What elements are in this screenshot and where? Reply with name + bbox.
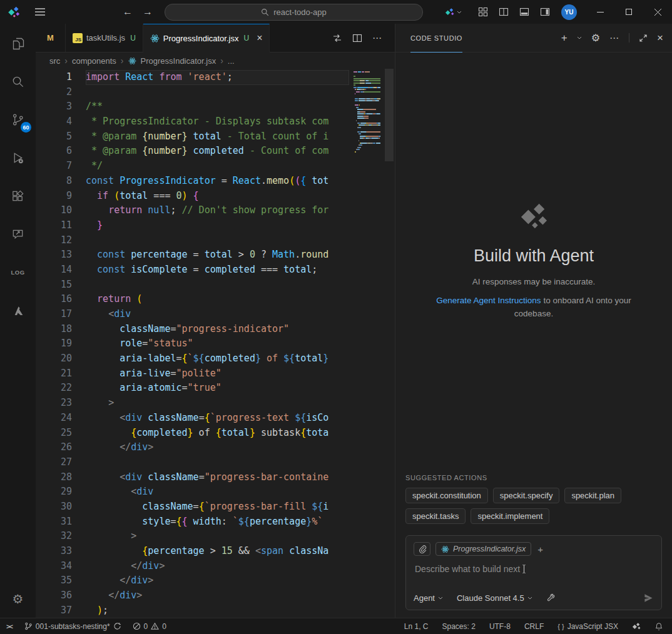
minimize-button[interactable] — [586, 0, 614, 24]
close-panel-icon[interactable]: × — [657, 33, 663, 43]
extensions-icon[interactable] — [0, 177, 36, 215]
split-editor-layout-icon[interactable] — [499, 7, 509, 17]
code-line[interactable]: 37 ); — [36, 603, 349, 618]
encoding[interactable]: UTF-8 — [489, 622, 511, 631]
notifications-bell-icon[interactable] — [654, 622, 663, 631]
code-line[interactable]: 15 — [36, 278, 349, 293]
code-line[interactable]: 10 return null; // Don't show progress f… — [36, 203, 349, 218]
toggle-panel-icon[interactable] — [519, 7, 529, 17]
explorer-icon[interactable] — [0, 24, 36, 63]
back-button[interactable]: ← — [123, 6, 133, 18]
code-line[interactable]: 24 <div className={`progress-text ${isCo — [36, 411, 349, 426]
tab-markdown-pinned[interactable]: M — [36, 24, 66, 52]
code-line[interactable]: 27 — [36, 455, 349, 470]
more-actions-icon[interactable]: ⋯ — [372, 33, 382, 44]
code-line[interactable]: 11 } — [36, 218, 349, 233]
code-line[interactable]: 32 > — [36, 529, 349, 544]
code-line[interactable]: 31 style={{ width: `${percentage}%` — [36, 515, 349, 530]
code-line[interactable]: 14 const isComplete = completed === tota… — [36, 263, 349, 278]
open-changes-icon[interactable] — [332, 33, 342, 43]
code-line[interactable]: 28 <div className="progress-bar-containe — [36, 470, 349, 485]
code-line[interactable]: 17 <div — [36, 307, 349, 322]
split-editor-icon[interactable] — [352, 33, 362, 43]
forward-button[interactable]: → — [143, 6, 153, 18]
code-line[interactable]: 19 role="status" — [36, 336, 349, 351]
problems-item[interactable]: 0 0 — [133, 622, 166, 631]
eol-sequence[interactable]: CRLF — [524, 622, 544, 631]
panel-settings-icon[interactable]: ⚙ — [591, 33, 600, 43]
code-line[interactable]: 18 className="progress-indicator" — [36, 322, 349, 337]
search-view-icon[interactable] — [0, 63, 36, 101]
code-line[interactable]: 16 return ( — [36, 292, 349, 307]
toggle-secondary-sidebar-icon[interactable] — [540, 7, 550, 17]
cursor-position[interactable]: Ln 1, C — [404, 622, 429, 631]
menu-icon[interactable] — [35, 8, 45, 16]
code-line[interactable]: 25 {completed} of {total} subtask{tota — [36, 426, 349, 441]
minimap[interactable] — [354, 71, 383, 153]
git-branch-item[interactable]: 001-subtasks-nesting* — [24, 622, 121, 631]
chat-input[interactable]: Describe what to build next — [415, 564, 653, 574]
code-line[interactable]: 6 * @param {number} completed - Count of… — [36, 144, 349, 159]
breadcrumb-item[interactable]: components — [72, 56, 116, 66]
model-dropdown[interactable]: Claude Sonnet 4.5 — [457, 593, 532, 603]
tools-icon[interactable] — [546, 593, 556, 603]
code-line[interactable]: 21 aria-live="polite" — [36, 366, 349, 381]
suggested-action-speckit.specify[interactable]: speckit.specify — [493, 488, 560, 503]
suggested-action-speckit.implement[interactable]: speckit.implement — [471, 508, 549, 524]
command-center-search[interactable]: react-todo-app — [165, 4, 423, 21]
code-line[interactable]: 34 </div> — [36, 559, 349, 574]
suggested-action-speckit.plan[interactable]: speckit.plan — [564, 488, 621, 503]
source-control-icon[interactable]: 60 — [0, 101, 36, 139]
close-window-button[interactable] — [643, 0, 672, 24]
code-line[interactable]: 20 aria-label={`${completed} of ${total} — [36, 351, 349, 366]
maximize-button[interactable] — [614, 0, 643, 24]
add-context-icon[interactable]: + — [537, 545, 543, 554]
code-line[interactable]: 9 if (total === 0) { — [36, 189, 349, 204]
indentation[interactable]: Spaces: 2 — [442, 622, 476, 631]
code-line[interactable]: 1import React from 'react'; — [36, 70, 349, 85]
sync-icon[interactable] — [113, 622, 121, 630]
send-icon[interactable] — [643, 593, 654, 603]
ai-menu-button[interactable] — [445, 8, 462, 17]
breadcrumb-item[interactable]: ProgressIndicator.jsx — [141, 56, 216, 66]
code-line[interactable]: 4 * ProgressIndicator - Displays subtask… — [36, 114, 349, 129]
code-line[interactable]: 33 {percentage > 15 && <span classNa — [36, 544, 349, 559]
chat-composer[interactable]: ProgressIndicator.jsx + Describe what to… — [405, 535, 662, 610]
log-output-icon[interactable]: LOG — [0, 253, 36, 291]
code-editor[interactable]: 1import React from 'react';23/**4 * Prog… — [36, 69, 395, 618]
code-line[interactable]: 29 <div — [36, 485, 349, 500]
code-line[interactable]: 22 aria-atomic="true" — [36, 381, 349, 396]
panel-more-icon[interactable]: ⋯ — [609, 33, 619, 44]
customize-layout-icon[interactable] — [478, 7, 488, 17]
code-line[interactable]: 2 — [36, 85, 349, 100]
code-line[interactable]: 5 * @param {number} total - Total count … — [36, 129, 349, 144]
account-avatar[interactable]: YU — [561, 4, 577, 20]
remote-indicator[interactable]: >< — [6, 623, 13, 630]
chevron-down-icon[interactable] — [577, 36, 582, 39]
code-line[interactable]: 23 > — [36, 396, 349, 411]
breadcrumb-item[interactable]: src — [49, 56, 60, 66]
expand-panel-icon[interactable] — [639, 34, 648, 43]
run-debug-icon[interactable] — [0, 139, 36, 177]
suggested-action-speckit.tasks[interactable]: speckit.tasks — [405, 508, 466, 524]
panel-title[interactable]: CODE STUDIO — [410, 24, 462, 53]
breadcrumb-item[interactable]: ... — [228, 56, 235, 66]
tab-progressindicator[interactable]: ProgressIndicator.jsx U × — [143, 24, 270, 52]
code-line[interactable]: 12 — [36, 233, 349, 248]
scrollbar-thumb[interactable] — [385, 69, 394, 161]
code-line[interactable]: 7 */ — [36, 159, 349, 174]
new-chat-icon[interactable]: + — [561, 33, 568, 43]
editor-scrollbar[interactable] — [384, 69, 395, 618]
code-line[interactable]: 35 </div> — [36, 573, 349, 588]
code-line[interactable]: 30 className={`progress-bar-fill ${i — [36, 500, 349, 515]
language-mode[interactable]: { } JavaScript JSX — [557, 622, 618, 631]
code-line[interactable]: 3/** — [36, 99, 349, 114]
attach-context-button[interactable] — [414, 542, 430, 556]
code-line[interactable]: 8const ProgressIndicator = React.memo(({… — [36, 174, 349, 189]
copilot-sparkle-icon[interactable] — [632, 622, 641, 631]
suggested-action-speckit.constitution[interactable]: speckit.constitution — [405, 488, 488, 503]
mode-dropdown[interactable]: Agent — [414, 593, 443, 603]
context-chip[interactable]: ProgressIndicator.jsx — [435, 542, 531, 556]
code-line[interactable]: 26 </div> — [36, 440, 349, 455]
azure-icon[interactable] — [0, 291, 36, 330]
